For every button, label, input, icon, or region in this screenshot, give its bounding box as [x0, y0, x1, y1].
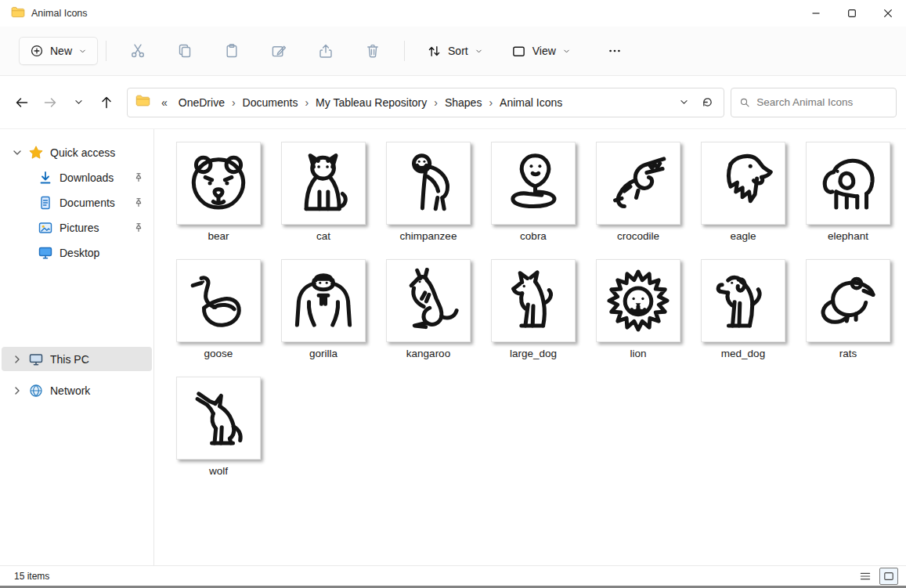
file-item[interactable]: large_dog [491, 259, 576, 361]
breadcrumb-separator: › [488, 96, 493, 109]
sidebar-item-desktop[interactable]: Desktop [2, 240, 152, 265]
network-label: Network [50, 384, 90, 397]
toolbar-divider [106, 41, 106, 61]
chevron-down-icon [78, 47, 87, 56]
chevron-down-icon [11, 146, 23, 159]
titlebar-left: Animal Icons [0, 6, 798, 21]
elephant-icon [815, 150, 881, 216]
forward-arrow-icon [42, 95, 58, 110]
new-button-label: New [50, 45, 72, 57]
breadcrumb-item[interactable]: Shapes [439, 93, 488, 112]
file-item[interactable]: bear [176, 142, 261, 243]
file-name: cat [281, 230, 366, 243]
thumbnail-view-button[interactable] [879, 568, 898, 585]
file-thumbnail [386, 259, 471, 342]
file-name: cobra [491, 230, 576, 243]
close-button[interactable] [870, 0, 906, 27]
copy-button[interactable] [169, 35, 200, 67]
file-item[interactable]: goose [176, 259, 261, 361]
file-item[interactable]: gorilla [281, 259, 366, 361]
file-thumbnail [176, 377, 261, 460]
more-options-button[interactable] [599, 35, 630, 67]
back-arrow-icon [14, 95, 30, 110]
pin-icon [133, 172, 144, 183]
file-item[interactable]: lion [596, 259, 680, 361]
sidebar-item-label: Downloads [60, 171, 114, 184]
file-item[interactable]: elephant [806, 142, 890, 243]
wolf-icon [186, 385, 251, 451]
sort-button[interactable]: Sort [417, 37, 493, 66]
sidebar-spacer [0, 265, 153, 347]
rename-button[interactable] [263, 35, 294, 67]
search-box[interactable] [731, 88, 897, 117]
file-item[interactable]: cat [281, 142, 366, 243]
pictures-icon [38, 220, 53, 236]
cut-button[interactable] [122, 35, 153, 67]
pin-icon [133, 197, 144, 208]
up-button[interactable] [92, 89, 121, 116]
view-icon [511, 44, 526, 59]
eagle-icon [710, 150, 776, 216]
rename-icon [271, 43, 287, 59]
breadcrumb-item[interactable]: My Tableau Repository [309, 93, 433, 112]
file-thumbnail [806, 259, 890, 342]
sidebar-item-label: Pictures [60, 222, 99, 234]
paste-button[interactable] [216, 35, 247, 67]
new-button[interactable]: New [19, 37, 98, 65]
search-input[interactable] [756, 96, 888, 108]
address-dropdown-button[interactable] [672, 91, 695, 114]
refresh-button[interactable] [695, 91, 719, 114]
breadcrumb-item[interactable]: Animal Icons [493, 93, 569, 112]
file-grid: bear cat chimpanzee cobra crocodile eagl… [176, 142, 906, 478]
quick-access-star-icon [28, 145, 44, 161]
pin-icon [133, 222, 144, 233]
content-pane: bear cat chimpanzee cobra crocodile eagl… [154, 129, 906, 565]
folder-icon [11, 6, 25, 21]
file-thumbnail [176, 259, 261, 342]
maximize-button[interactable] [834, 0, 870, 27]
file-item[interactable]: crocodile [596, 142, 680, 243]
quick-access-label: Quick access [50, 146, 115, 159]
file-name: med_dog [701, 348, 785, 361]
file-thumbnail [176, 142, 261, 225]
delete-icon [365, 43, 381, 59]
file-name: crocodile [596, 230, 680, 243]
file-name: lion [596, 348, 680, 361]
network-icon [28, 383, 44, 399]
sidebar-item-downloads[interactable]: Downloads [2, 165, 152, 189]
sidebar-item-documents[interactable]: Documents [2, 190, 152, 215]
file-item[interactable]: eagle [701, 142, 785, 243]
file-item[interactable]: chimpanzee [386, 142, 471, 243]
file-item[interactable]: rats [806, 259, 890, 361]
recent-locations-button[interactable] [64, 89, 92, 116]
sidebar-item-this-pc[interactable]: This PC [2, 347, 152, 371]
paste-icon [224, 43, 240, 59]
breadcrumb-overflow[interactable]: « [157, 95, 172, 110]
file-name: large_dog [491, 348, 576, 361]
file-item[interactable]: cobra [491, 142, 576, 243]
file-item[interactable]: kangaroo [386, 259, 471, 361]
details-view-button[interactable] [856, 568, 875, 585]
sidebar-item-pictures[interactable]: Pictures [2, 215, 152, 240]
cobra-icon [500, 150, 566, 216]
address-bar[interactable]: « OneDrive›Documents›My Tableau Reposito… [127, 88, 724, 117]
breadcrumb-item[interactable]: OneDrive [172, 93, 231, 112]
file-explorer-window: Animal Icons New [0, 0, 906, 588]
back-button[interactable] [8, 89, 36, 116]
view-button[interactable]: View [502, 37, 580, 66]
kangaroo-icon [395, 268, 461, 334]
file-item[interactable]: wolf [176, 377, 261, 478]
breadcrumb-item[interactable]: Documents [236, 93, 305, 112]
this-pc-label: This PC [50, 353, 89, 366]
file-item[interactable]: med_dog [701, 259, 785, 361]
delete-button[interactable] [357, 35, 388, 67]
file-thumbnail [701, 259, 785, 342]
share-button[interactable] [310, 35, 341, 67]
view-button-label: View [532, 45, 556, 57]
forward-button[interactable] [36, 89, 64, 116]
sidebar-item-quick-access[interactable]: Quick access [2, 140, 152, 164]
sidebar-item-network[interactable]: Network [2, 378, 152, 402]
goose-icon [186, 268, 251, 334]
minimize-button[interactable] [798, 0, 834, 27]
file-thumbnail [596, 142, 680, 225]
